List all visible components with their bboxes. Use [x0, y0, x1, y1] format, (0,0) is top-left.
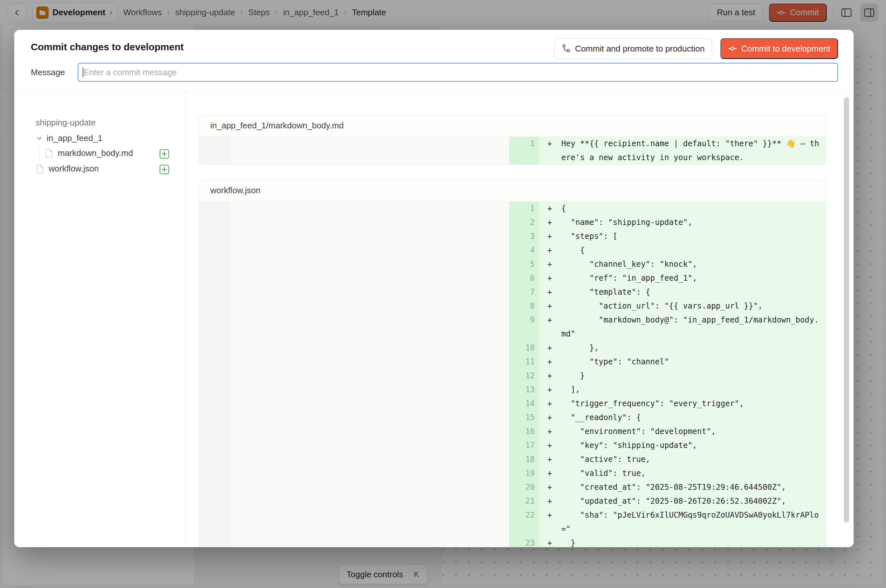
diff-old-content — [231, 397, 509, 411]
diff-code-text: md" — [561, 329, 575, 338]
diff-row: 18+ "active": true, — [199, 453, 826, 466]
message-input[interactable] — [78, 63, 838, 82]
diff-rows: 1+Hey **{{ recipient.name | default: "th… — [199, 137, 826, 165]
diff-old-content — [231, 230, 509, 243]
tree-folder-in-app-feed[interactable]: in_app_feed_1 — [36, 133, 102, 143]
diff-old-content — [231, 327, 509, 341]
diff-line-number: 17 — [509, 439, 539, 453]
diff-code-text: "updated_at": "2025-08-26T20:26:52.36400… — [561, 496, 786, 506]
diff-row: 2+ "name": "shipping-update", — [199, 216, 826, 230]
diff-row: 10+ }, — [199, 341, 826, 355]
diff-plus-sign: + — [547, 439, 561, 453]
diff-plus-sign: + — [547, 202, 561, 216]
tree-file-label: markdown_body.md — [58, 148, 133, 158]
modal-scrollbar[interactable] — [844, 97, 849, 522]
diff-added-line: + "environment": "development", — [539, 424, 826, 439]
diff-added-icon — [159, 149, 169, 159]
diff-plus-sign: + — [547, 383, 561, 397]
diff-old-content — [231, 494, 509, 508]
diff-old-gutter — [199, 439, 231, 453]
diff-plus-sign: + — [547, 369, 561, 383]
diff-plus-sign: + — [547, 271, 561, 285]
diff-view: in_app_feed_1/markdown_body.md 1+Hey **{… — [186, 91, 854, 547]
diff-row: 5+ "channel_key": "knock", — [199, 257, 826, 271]
diff-file-name: workflow.json — [199, 180, 826, 202]
diff-code-text: "created_at": "2025-08-25T19:29:46.64450… — [561, 483, 786, 492]
diff-row: 8+ "action_url": "{{ vars.app_url }}", — [199, 299, 826, 313]
diff-row: 9+ "markdown_body@": "in_app_feed_1/mark… — [199, 313, 826, 327]
diff-line-number: 20 — [509, 480, 539, 494]
diff-added-line: + "type": "channel" — [539, 355, 826, 369]
diff-row: 16+ "environment": "development", — [199, 424, 826, 439]
diff-added-line: + "valid": true, — [539, 466, 826, 480]
diff-old-content — [231, 355, 509, 369]
diff-line-number: 13 — [509, 383, 539, 397]
diff-added-line: + "channel_key": "knock", — [539, 257, 826, 271]
diff-old-content — [231, 536, 509, 547]
diff-plus-sign: + — [547, 257, 561, 271]
diff-line-number: 11 — [509, 355, 539, 369]
diff-added-line: + "ref": "in_app_feed_1", — [539, 271, 826, 285]
diff-old-gutter — [199, 424, 231, 439]
diff-row: ere's a new activity in your workspace. — [199, 151, 826, 165]
diff-added-icon — [159, 165, 169, 174]
diff-old-gutter — [199, 230, 231, 243]
diff-plus-sign: + — [547, 494, 561, 508]
commit-to-development-button[interactable]: Commit to development — [720, 38, 838, 59]
diff-code-text: "trigger_frequency": "every_trigger", — [561, 399, 744, 408]
diff-code-text: ere's a new activity in your workspace. — [561, 153, 744, 162]
diff-row: 6+ "ref": "in_app_feed_1", — [199, 271, 826, 285]
diff-old-gutter — [199, 453, 231, 466]
diff-plus-sign: + — [547, 285, 561, 299]
workflow-root-label: shipping-update — [36, 118, 96, 128]
diff-line-number: 4 — [509, 243, 539, 257]
commit-and-promote-button[interactable]: Commit and promote to production — [555, 38, 712, 59]
commit-to-development-label: Commit to development — [741, 44, 830, 54]
diff-old-content — [231, 216, 509, 230]
diff-plus-sign: + — [547, 230, 561, 243]
diff-old-content — [231, 299, 509, 313]
diff-code-text: =" — [561, 525, 571, 534]
diff-old-content — [231, 466, 509, 480]
diff-rows: 1+{2+ "name": "shipping-update",3+ "step… — [199, 202, 826, 547]
diff-old-content — [231, 508, 509, 522]
diff-added-line: =" — [539, 522, 826, 536]
diff-added-line: + "markdown_body@": "in_app_feed_1/markd… — [539, 313, 826, 327]
diff-code-text: { — [561, 246, 585, 255]
diff-old-gutter — [199, 137, 231, 151]
commit-icon — [728, 44, 737, 53]
diff-line-number: 3 — [509, 230, 539, 243]
diff-plus-sign: + — [547, 355, 561, 369]
diff-line-number — [509, 522, 539, 536]
file-icon — [45, 148, 53, 158]
tree-file-markdown-body[interactable]: markdown_body.md — [45, 148, 133, 158]
diff-row: 11+ "type": "channel" — [199, 355, 826, 369]
diff-old-gutter — [199, 202, 231, 216]
diff-added-line: + "updated_at": "2025-08-26T20:26:52.364… — [539, 494, 826, 508]
diff-old-content — [231, 480, 509, 494]
diff-old-gutter — [199, 411, 231, 424]
diff-line-number: 18 — [509, 453, 539, 466]
diff-code-text: } — [561, 538, 575, 547]
diff-added-line: + ], — [539, 383, 826, 397]
tree-file-workflow-json[interactable]: workflow.json — [36, 164, 99, 174]
diff-old-gutter — [199, 313, 231, 327]
diff-old-gutter — [199, 216, 231, 230]
diff-plus-sign: + — [547, 536, 561, 547]
diff-line-number: 1 — [509, 202, 539, 216]
diff-code-text: Hey **{{ recipient.name | default: "ther… — [561, 139, 819, 148]
file-icon — [36, 164, 44, 174]
diff-line-number: 14 — [509, 397, 539, 411]
diff-line-number: 2 — [509, 216, 539, 230]
diff-code-text: "markdown_body@": "in_app_feed_1/markdow… — [561, 315, 819, 324]
diff-added-line: +Hey **{{ recipient.name | default: "the… — [539, 137, 826, 151]
diff-row: 3+ "steps": [ — [199, 230, 826, 243]
diff-old-gutter — [199, 271, 231, 285]
diff-added-line: + } — [539, 536, 826, 547]
diff-old-content — [231, 137, 509, 151]
diff-row: 13+ ], — [199, 383, 826, 397]
diff-line-number: 7 — [509, 285, 539, 299]
diff-row: 23+ } — [199, 536, 826, 547]
diff-row: 7+ "template": { — [199, 285, 826, 299]
diff-old-content — [231, 439, 509, 453]
